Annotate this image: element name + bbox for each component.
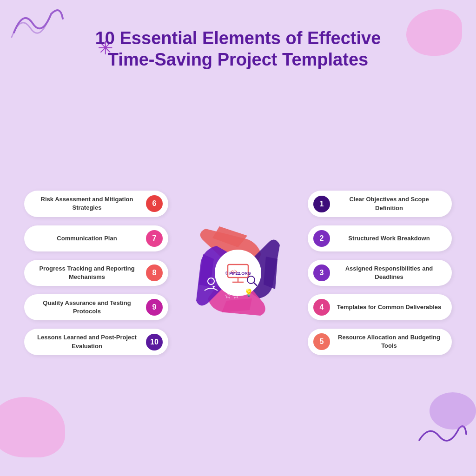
title-line1: 10 Essential Elements of Effective (75, 28, 401, 49)
left-items: Risk Assessment and Mitigation Strategie… (24, 191, 168, 355)
item-pill-8: Progress Tracking and Reporting Mechanis… (24, 260, 168, 286)
right-items: 1 Clear Objectives and Scope Definition … (308, 191, 452, 355)
item-pill-5: 5 Resource Allocation and Budgeting Tool… (308, 329, 452, 355)
item-pill-3: 3 Assigned Responsibilities and Deadline… (308, 260, 452, 286)
svg-text:💡: 💡 (244, 288, 253, 297)
item-badge-7: 7 (146, 230, 163, 247)
item-pill-10: Lessons Learned and Post-Project Evaluat… (24, 329, 168, 355)
squiggle-top-left (9, 5, 65, 42)
item-pill-1: 1 Clear Objectives and Scope Definition (308, 191, 452, 217)
title-container: 10 Essential Elements of Effective Time-… (75, 28, 401, 70)
item-label-5: Resource Allocation and Budgeting Tools (332, 333, 446, 350)
item-label-1: Clear Objectives and Scope Definition (332, 195, 446, 212)
item-pill-9: Quality Assurance and Testing Protocols … (24, 294, 168, 320)
blob-top-right (406, 9, 462, 56)
svg-text:♥: ♥ (212, 284, 215, 289)
item-badge-8: 8 (146, 264, 163, 281)
svg-text:☆: ☆ (224, 291, 231, 300)
item-badge-2: 2 (313, 230, 330, 247)
item-pill-7: Communication Plan 7 (24, 225, 168, 251)
item-badge-4: 4 (313, 299, 330, 316)
item-label-6: Risk Assessment and Mitigation Strategie… (30, 195, 144, 212)
svg-text:© PM22.ORG: © PM22.ORG (225, 271, 251, 276)
item-label-8: Progress Tracking and Reporting Mechanis… (30, 264, 144, 281)
item-badge-5: 5 (313, 333, 330, 350)
main-area: Risk Assessment and Mitigation Strategie… (14, 107, 462, 439)
svg-text:☆: ☆ (232, 291, 240, 300)
item-label-3: Assigned Responsibilities and Deadlines (332, 264, 446, 281)
title-line2: Time-Saving Project Templates (75, 49, 401, 71)
item-badge-6: 6 (146, 195, 163, 212)
center-wheel: </> ☆ ☆ ♥ 💡 © PM22.ORG (178, 212, 298, 333)
item-pill-4: 4 Templates for Common Deliverables (308, 294, 452, 320)
item-badge-3: 3 (313, 264, 330, 281)
item-label-4: Templates for Common Deliverables (332, 303, 446, 311)
item-label-10: Lessons Learned and Post-Project Evaluat… (30, 333, 144, 350)
item-pill-2: 2 Structured Work Breakdown (308, 225, 452, 251)
item-label-2: Structured Work Breakdown (332, 234, 446, 243)
item-badge-9: 9 (146, 299, 163, 316)
item-label-9: Quality Assurance and Testing Protocols (30, 299, 144, 316)
item-label-7: Communication Plan (30, 234, 144, 243)
item-badge-10: 10 (146, 334, 163, 350)
item-badge-1: 1 (313, 196, 330, 212)
wheel-svg: </> ☆ ☆ ♥ 💡 © PM22.ORG (178, 212, 298, 333)
item-pill-6: Risk Assessment and Mitigation Strategie… (24, 191, 168, 217)
